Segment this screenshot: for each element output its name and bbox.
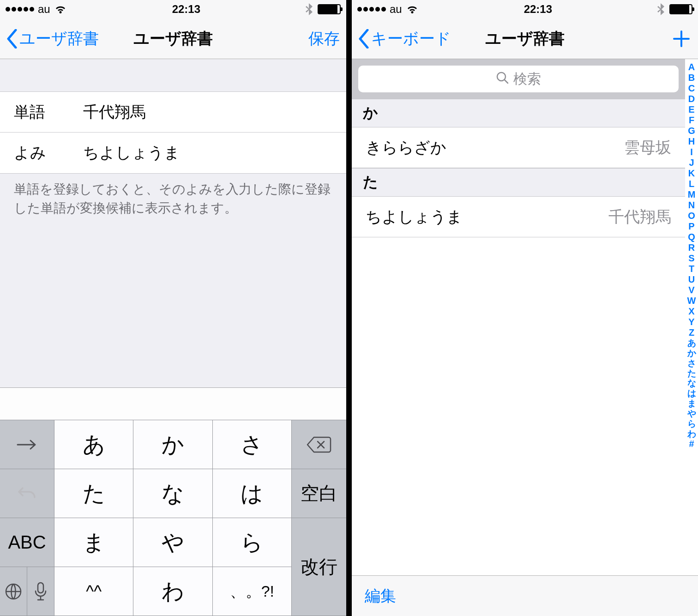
entry-reading: きららざか: [366, 137, 446, 158]
nav-bar: ユーザ辞書 ユーザ辞書 保存: [0, 18, 346, 59]
key-ta[interactable]: た: [54, 469, 133, 518]
key-ma[interactable]: ま: [54, 518, 133, 567]
back-button[interactable]: ユーザ辞書: [6, 28, 99, 49]
back-button[interactable]: キーボード: [358, 28, 451, 49]
entry-word: 雲母坂: [624, 137, 671, 158]
search-placeholder: 検索: [513, 70, 541, 89]
index-letter[interactable]: Z: [689, 327, 694, 338]
svg-rect-1: [38, 583, 43, 593]
list-item[interactable]: ちよしょうま 千代翔馬: [352, 197, 685, 237]
key-space[interactable]: 空白: [292, 469, 346, 518]
index-letter[interactable]: C: [688, 83, 695, 94]
word-value: 千代翔馬: [83, 102, 146, 123]
key-punct[interactable]: 、。?!: [213, 567, 292, 616]
index-letter[interactable]: P: [688, 221, 694, 232]
index-letter[interactable]: L: [689, 179, 694, 189]
index-letter[interactable]: あ: [687, 338, 696, 348]
carrier-label: au: [38, 3, 50, 16]
index-letter[interactable]: N: [688, 200, 695, 211]
key-ya[interactable]: や: [133, 518, 212, 567]
key-na[interactable]: な: [133, 469, 212, 518]
index-letter[interactable]: B: [688, 72, 695, 83]
status-bar: au 22:13: [0, 0, 346, 18]
key-backspace[interactable]: [292, 420, 346, 469]
edit-button[interactable]: 編集: [365, 586, 396, 607]
section-header-ka: か: [352, 99, 685, 127]
index-letter[interactable]: O: [688, 211, 695, 221]
save-button[interactable]: 保存: [308, 28, 340, 49]
word-row[interactable]: 単語 千代翔馬: [0, 92, 346, 133]
index-letter[interactable]: Y: [688, 317, 694, 327]
key-ra[interactable]: ら: [213, 518, 292, 567]
key-globe[interactable]: [0, 567, 27, 616]
index-letter[interactable]: さ: [687, 358, 696, 368]
entry-form: 単語 千代翔馬 よみ ちよしょうま: [0, 91, 346, 174]
index-letter[interactable]: W: [687, 296, 696, 306]
key-ka[interactable]: か: [133, 420, 212, 469]
index-letter[interactable]: I: [690, 147, 693, 157]
reading-label: よみ: [14, 142, 83, 163]
index-letter[interactable]: X: [688, 306, 694, 317]
status-time: 22:13: [172, 3, 200, 16]
battery-icon: [318, 4, 341, 14]
signal-dots-icon: [6, 7, 34, 12]
reading-row[interactable]: よみ ちよしょうま: [0, 133, 346, 173]
wifi-icon: [54, 4, 67, 14]
index-letter[interactable]: #: [689, 439, 694, 449]
index-letter[interactable]: ま: [687, 399, 696, 409]
section-header-ta: た: [352, 168, 685, 197]
keyboard: ABC あ か さ た な は ま や ら: [0, 387, 346, 616]
list-item[interactable]: きららざか 雲母坂: [352, 127, 685, 168]
screen-dictionary-list: au 22:13 キーボード ユーザ辞書: [352, 0, 698, 616]
entry-reading: ちよしょうま: [366, 206, 463, 228]
key-wa[interactable]: わ: [133, 567, 212, 616]
index-letter[interactable]: F: [689, 115, 694, 126]
section-index[interactable]: ABCDEFGHIJKLMNOPQRSTUVWXYZあかさたなはまやらわ#: [685, 59, 698, 575]
index-letter[interactable]: H: [688, 136, 695, 147]
screen-edit-entry: au 22:13 ユーザ辞書 ユーザ辞書 保存 単語 千代翔馬 よみ ちよしょう…: [0, 0, 346, 616]
bottom-toolbar: 編集: [352, 575, 698, 616]
keyboard-suggestion-bar[interactable]: [0, 387, 346, 420]
key-emoji[interactable]: ^^: [54, 567, 133, 616]
index-letter[interactable]: U: [688, 274, 695, 285]
search-input[interactable]: 検索: [358, 66, 679, 92]
index-letter[interactable]: は: [687, 388, 696, 399]
index-letter[interactable]: D: [688, 94, 695, 104]
form-footer-text: 単語を登録しておくと、そのよみを入力した際に登録した単語が変換候補に表示されます…: [0, 174, 346, 224]
index-letter[interactable]: や: [687, 409, 696, 419]
add-button[interactable]: [671, 29, 692, 49]
back-label: キーボード: [371, 28, 451, 49]
index-letter[interactable]: な: [687, 378, 696, 388]
index-letter[interactable]: A: [688, 62, 695, 72]
status-bar: au 22:13: [352, 0, 698, 18]
key-ha[interactable]: は: [213, 469, 292, 518]
key-undo[interactable]: [0, 469, 54, 518]
empty-list-area: [352, 237, 685, 575]
index-letter[interactable]: E: [688, 104, 694, 115]
status-time: 22:13: [524, 3, 552, 16]
index-letter[interactable]: わ: [687, 429, 696, 439]
index-letter[interactable]: M: [688, 189, 696, 200]
nav-bar: キーボード ユーザ辞書: [352, 18, 698, 59]
key-a[interactable]: あ: [54, 420, 133, 469]
index-letter[interactable]: R: [688, 242, 695, 253]
wifi-icon: [406, 4, 419, 14]
index-letter[interactable]: Q: [688, 232, 695, 242]
key-sa[interactable]: さ: [213, 420, 292, 469]
index-letter[interactable]: T: [689, 264, 694, 274]
signal-dots-icon: [357, 7, 386, 12]
key-return[interactable]: 改行: [292, 518, 346, 616]
index-letter[interactable]: G: [688, 126, 695, 136]
index-letter[interactable]: か: [687, 348, 696, 358]
index-letter[interactable]: J: [689, 157, 694, 168]
index-letter[interactable]: た: [687, 368, 696, 379]
index-letter[interactable]: V: [688, 285, 694, 296]
word-label: 単語: [14, 102, 83, 123]
index-letter[interactable]: K: [688, 168, 695, 179]
key-mic[interactable]: [27, 567, 54, 616]
entry-word: 千代翔馬: [608, 206, 671, 228]
key-next-candidate[interactable]: [0, 420, 54, 469]
index-letter[interactable]: S: [688, 253, 694, 264]
key-abc[interactable]: ABC: [0, 518, 54, 567]
index-letter[interactable]: ら: [687, 419, 696, 429]
